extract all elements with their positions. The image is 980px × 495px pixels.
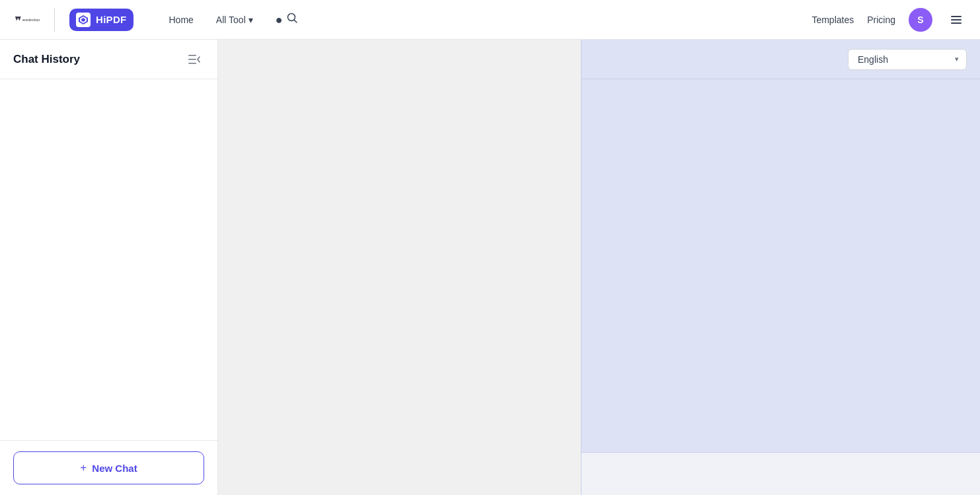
svg-rect-9: [951, 22, 961, 24]
brand-divider: [54, 8, 55, 32]
brand-area: wondershare HiPDF: [13, 8, 133, 32]
svg-rect-7: [951, 16, 961, 17]
hipdf-label: HiPDF: [96, 14, 127, 25]
sidebar-footer: + New Chat: [0, 440, 217, 495]
sidebar-header: Chat History: [0, 40, 217, 79]
hipdf-icon-svg: [78, 15, 89, 25]
search-svg-icon: [286, 12, 298, 24]
all-tool-label: All Tool: [216, 15, 246, 25]
svg-rect-8: [951, 19, 961, 20]
wondershare-logo[interactable]: wondershare: [13, 10, 40, 30]
search-icon[interactable]: ●: [272, 8, 302, 31]
nav-templates[interactable]: Templates: [811, 15, 854, 25]
nav-home[interactable]: Home: [160, 11, 203, 29]
language-select[interactable]: English Chinese French German Spanish Ja…: [848, 49, 967, 70]
wondershare-logo-svg: wondershare: [13, 10, 40, 30]
nav-all-tool[interactable]: All Tool ▾: [207, 11, 262, 29]
svg-marker-0: [15, 16, 21, 20]
new-chat-label: New Chat: [92, 463, 137, 474]
sidebar-title: Chat History: [13, 53, 80, 66]
hipdf-logo[interactable]: HiPDF: [69, 9, 133, 31]
svg-line-6: [294, 20, 297, 23]
new-chat-button[interactable]: + New Chat: [13, 451, 204, 484]
top-navbar: wondershare HiPDF Home All Tool ▾ ●: [0, 0, 980, 40]
nav-pricing[interactable]: Pricing: [867, 15, 895, 25]
svg-rect-12: [188, 63, 196, 64]
right-chat-panel: English Chinese French German Spanish Ja…: [581, 40, 980, 495]
navbar-right: Templates Pricing S: [811, 8, 967, 32]
hamburger-icon-svg: [950, 13, 963, 26]
language-selector-wrapper: English Chinese French German Spanish Ja…: [848, 49, 967, 70]
svg-rect-11: [188, 59, 196, 60]
svg-rect-10: [188, 55, 196, 56]
main-content: Chat History + New Chat: [0, 40, 980, 495]
pdf-viewer-area: [218, 40, 581, 495]
nav-links: Home All Tool ▾ ●: [160, 8, 302, 31]
left-sidebar: Chat History + New Chat: [0, 40, 218, 495]
svg-text:wondershare: wondershare: [22, 19, 40, 22]
right-panel-header: English Chinese French German Spanish Ja…: [582, 40, 980, 79]
sidebar-body: [0, 79, 217, 440]
hipdf-logo-icon: [76, 13, 91, 27]
plus-icon: +: [80, 461, 87, 475]
menu-icon[interactable]: [946, 9, 967, 30]
collapse-icon-svg: [188, 54, 202, 65]
right-panel-footer: [582, 452, 980, 495]
all-tool-arrow-icon: ▾: [248, 15, 253, 25]
collapse-sidebar-button[interactable]: [186, 50, 204, 69]
svg-point-5: [287, 14, 295, 21]
right-panel-body: [582, 79, 980, 452]
user-avatar[interactable]: S: [909, 8, 932, 32]
